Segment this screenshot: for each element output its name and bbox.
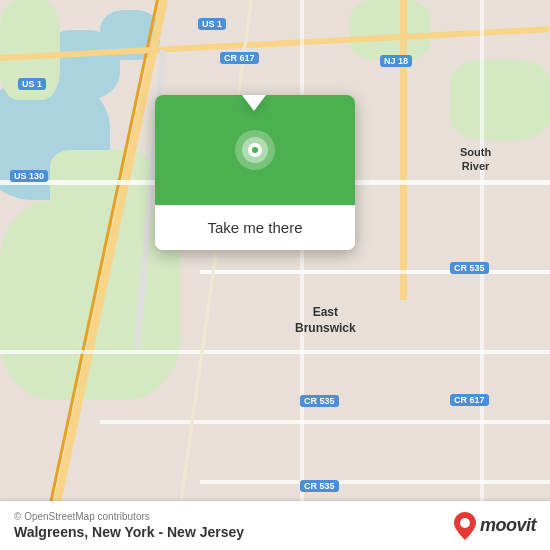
green-area [350,0,430,60]
bottom-left: © OpenStreetMap contributors Walgreens, … [14,511,244,540]
green-area [450,60,550,140]
popup-card: Take me there [155,95,355,250]
us1-left-label: US 1 [18,78,46,90]
svg-point-4 [460,518,470,528]
us1-top-label: US 1 [198,18,226,30]
moovit-logo: moovit [454,512,536,540]
moovit-text: moovit [480,515,536,536]
nj18-label: NJ 18 [380,55,412,67]
east-brunswick-label: EastBrunswick [295,305,356,336]
vert-road [300,0,304,550]
cr535-bottom-label: CR 535 [300,395,339,407]
location-pin-icon [233,128,277,172]
green-area [50,150,150,230]
cr617-top-label: CR 617 [220,52,259,64]
us130-label: US 130 [10,170,48,182]
location-title: Walgreens, New York - New Jersey [14,524,244,540]
horiz-road-5 [200,480,550,484]
take-me-there-button[interactable]: Take me there [155,205,355,250]
horiz-road-2 [200,270,550,274]
cr535-bottom2-label: CR 535 [300,480,339,492]
bottom-bar: © OpenStreetMap contributors Walgreens, … [0,501,550,550]
horiz-road-3 [0,350,550,354]
vert-road-2 [480,0,484,550]
green-area [0,200,180,400]
copyright-text: © OpenStreetMap contributors [14,511,244,522]
svg-point-3 [252,147,258,153]
popup-pointer [242,95,266,111]
cr535-right-label: CR 535 [450,262,489,274]
south-river-label: SouthRiver [460,145,491,174]
moovit-pin-icon [454,512,476,540]
cr617-right-label: CR 617 [450,394,489,406]
map-container: US 1 US 1 US 130 CR 617 NJ 18 CR 535 CR … [0,0,550,550]
nj18-road [400,0,407,300]
popup-map-section [155,95,355,205]
